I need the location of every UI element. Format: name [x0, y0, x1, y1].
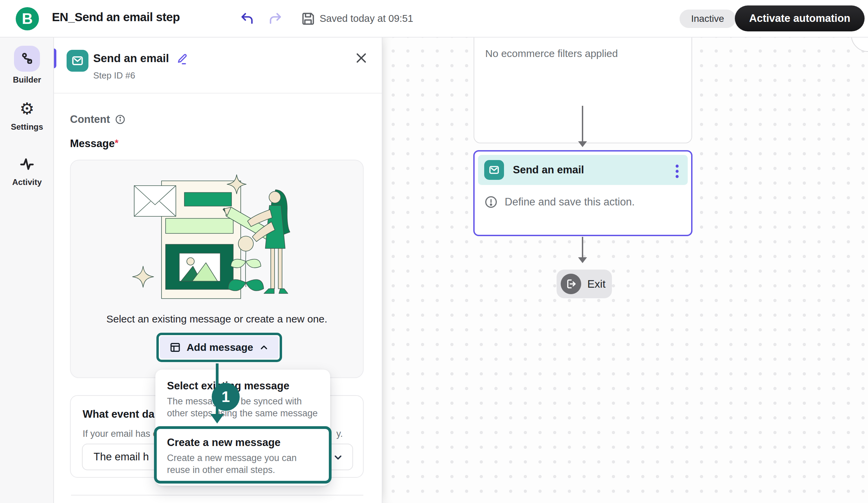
tutorial-arrow-head — [210, 414, 224, 423]
info-icon[interactable] — [115, 114, 126, 125]
filters-note: No ecommerce filters applied — [485, 48, 618, 59]
exit-icon — [565, 278, 577, 290]
chevron-down-icon — [333, 452, 343, 463]
flow-connector-arrowhead — [578, 257, 587, 263]
flow-icon — [20, 51, 34, 66]
activity-icon — [19, 156, 35, 172]
sidebar-item-builder[interactable]: Builder — [0, 46, 54, 85]
event-select-value: The email h — [94, 451, 149, 463]
exit-node[interactable]: Exit — [557, 270, 612, 298]
top-bar: B EN_Send an email step Saved today at 0… — [0, 0, 868, 38]
tutorial-highlight-create-new: Create a new message Create a new messag… — [154, 426, 332, 484]
panel-bottom-divider — [71, 495, 363, 495]
left-rail: Builder ⚙ Settings Activity — [0, 38, 54, 503]
panel-divider — [54, 93, 382, 94]
close-icon[interactable] — [354, 51, 368, 65]
event-card-heading: What event da — [83, 408, 154, 420]
edit-pencil-icon[interactable] — [176, 53, 188, 65]
menu-item-title: Create a new message — [167, 437, 317, 449]
redo-icon[interactable] — [268, 11, 283, 26]
step-panel: Send an email Step ID #6 Content Message… — [54, 38, 382, 503]
step-id: Step ID #6 — [93, 70, 135, 81]
flow-connector — [582, 106, 583, 142]
message-field-label: Message* — [70, 137, 118, 150]
template-icon — [169, 342, 181, 353]
flow-connector-arrowhead — [578, 141, 587, 147]
undo-icon[interactable] — [240, 11, 255, 26]
sidebar-item-settings[interactable]: ⚙ Settings — [0, 98, 54, 132]
add-message-dropdown: Select existing message The message will… — [155, 369, 330, 485]
envelope-icon — [488, 164, 500, 176]
node-title: Send an email — [513, 164, 584, 176]
required-asterisk: * — [115, 137, 118, 148]
tutorial-step-number: 1 — [212, 383, 240, 411]
chevron-up-icon — [259, 342, 269, 353]
sidebar-label-activity: Activity — [0, 177, 54, 187]
brevo-logo: B — [16, 7, 39, 30]
event-card-text-left: If your email has e — [83, 429, 158, 439]
warning-icon — [484, 195, 498, 209]
tutorial-highlight-add-message: Add message — [156, 333, 282, 362]
send-email-node-header: Send an email — [478, 155, 688, 185]
menu-item-title: Select existing message — [167, 380, 321, 392]
flow-canvas[interactable]: No ecommerce filters applied Send an ema… — [382, 38, 868, 503]
sidebar-item-activity[interactable]: Activity — [0, 154, 54, 187]
node-warning-text: Define and save this action. — [505, 196, 635, 208]
kebab-menu-icon[interactable] — [675, 164, 680, 179]
menu-item-select-existing[interactable]: Select existing message The message will… — [167, 380, 321, 419]
automation-title: EN_Send an email step — [52, 10, 180, 24]
email-node-icon — [484, 160, 504, 180]
menu-item-create-new[interactable]: Create a new message Create a new messag… — [167, 437, 317, 476]
gear-icon: ⚙ — [20, 100, 34, 117]
save-icon — [300, 11, 316, 26]
menu-item-description: Create a new message you can reuse in ot… — [167, 452, 321, 476]
envelope-icon — [71, 54, 84, 67]
email-step-icon — [66, 50, 89, 72]
event-card-text-right: y. — [336, 429, 343, 439]
step-title: Send an email — [93, 52, 169, 65]
send-email-node[interactable]: Send an email Define and save this actio… — [473, 150, 692, 236]
activate-automation-button[interactable]: Activate automation — [735, 6, 865, 31]
menu-item-description: The message will be synced with other st… — [167, 396, 319, 419]
sidebar-label-builder: Builder — [0, 75, 54, 85]
sidebar-label-settings: Settings — [0, 122, 54, 132]
exit-label: Exit — [587, 278, 606, 290]
edge-button[interactable] — [851, 38, 868, 52]
flow-connector — [582, 237, 583, 258]
message-illustration — [128, 170, 306, 308]
exit-icon-circle — [561, 274, 581, 294]
content-heading: Content — [70, 113, 110, 126]
message-card-caption: Select an existing message or create a n… — [71, 313, 363, 325]
add-message-button[interactable]: Add message — [160, 336, 279, 359]
message-card: Select an existing message or create a n… — [70, 160, 364, 378]
status-badge: Inactive — [680, 10, 736, 28]
saved-status: Saved today at 09:51 — [320, 13, 413, 24]
